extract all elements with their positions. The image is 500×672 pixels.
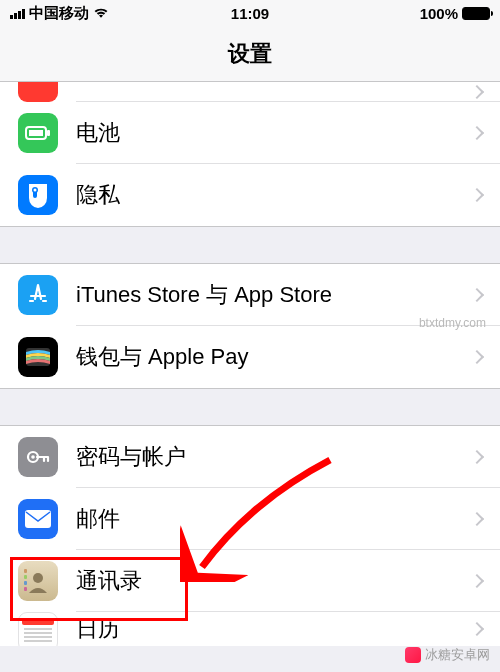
status-left: 中国移动 — [10, 4, 109, 23]
battery-settings-icon — [18, 113, 58, 153]
wifi-icon — [93, 7, 109, 19]
group-spacer — [0, 227, 500, 263]
svg-rect-12 — [24, 575, 27, 579]
privacy-icon — [18, 175, 58, 215]
chevron-right-icon — [470, 574, 484, 588]
contacts-icon — [18, 561, 58, 601]
status-right: 100% — [420, 5, 490, 22]
calendar-icon — [18, 612, 58, 646]
svg-point-8 — [31, 455, 35, 459]
appstore-icon — [18, 275, 58, 315]
svg-rect-13 — [24, 581, 27, 585]
settings-row-privacy[interactable]: 隐私 — [0, 164, 500, 226]
group-spacer — [0, 389, 500, 425]
watermark-url: btxtdmy.com — [419, 316, 486, 330]
row-label: 邮件 — [76, 504, 472, 534]
settings-row-calendar[interactable]: 日历 — [0, 612, 500, 646]
chevron-right-icon — [470, 126, 484, 140]
row-label: 通讯录 — [76, 566, 472, 596]
mail-icon — [18, 499, 58, 539]
svg-point-10 — [33, 573, 43, 583]
generic-icon — [18, 82, 58, 102]
status-bar: 中国移动 11:09 100% — [0, 0, 500, 26]
row-label: 日历 — [76, 614, 472, 644]
svg-rect-2 — [29, 130, 43, 136]
chevron-right-icon — [470, 288, 484, 302]
svg-rect-16 — [24, 628, 52, 630]
svg-rect-15 — [22, 618, 54, 625]
settings-row-wallet[interactable]: 钱包与 Apple Pay — [0, 326, 500, 388]
wallet-icon — [18, 337, 58, 377]
key-icon — [18, 437, 58, 477]
signal-icon — [10, 7, 25, 19]
svg-rect-18 — [24, 636, 52, 638]
row-label: 钱包与 Apple Pay — [76, 342, 472, 372]
svg-rect-14 — [24, 587, 27, 591]
row-label: iTunes Store 与 App Store — [76, 280, 472, 310]
watermark-logo-icon — [405, 647, 421, 663]
row-label: 密码与帐户 — [76, 442, 472, 472]
battery-pct: 100% — [420, 5, 458, 22]
svg-rect-1 — [47, 130, 50, 136]
chevron-right-icon — [470, 450, 484, 464]
page-title: 设置 — [0, 26, 500, 82]
settings-group-0: 电池 隐私 — [0, 82, 500, 227]
chevron-right-icon — [470, 350, 484, 364]
carrier-label: 中国移动 — [29, 4, 89, 23]
status-time: 11:09 — [231, 5, 269, 22]
settings-row-mail[interactable]: 邮件 — [0, 488, 500, 550]
settings-group-2: 密码与帐户 邮件 通讯录 日历 — [0, 425, 500, 646]
chevron-right-icon — [470, 512, 484, 526]
settings-row-battery[interactable]: 电池 — [0, 102, 500, 164]
svg-rect-9 — [25, 510, 51, 528]
svg-rect-19 — [24, 640, 52, 642]
settings-row-contacts[interactable]: 通讯录 — [0, 550, 500, 612]
chevron-right-icon — [470, 622, 484, 636]
row-label: 电池 — [76, 118, 472, 148]
watermark-brand-text: 冰糖安卓网 — [425, 646, 490, 664]
svg-point-5 — [34, 189, 37, 192]
svg-rect-11 — [24, 569, 27, 573]
watermark-brand: 冰糖安卓网 — [405, 646, 490, 664]
battery-icon — [462, 7, 490, 20]
chevron-right-icon — [470, 188, 484, 202]
chevron-right-icon — [470, 85, 484, 99]
settings-row-passwords[interactable]: 密码与帐户 — [0, 426, 500, 488]
row-label: 隐私 — [76, 180, 472, 210]
svg-rect-17 — [24, 632, 52, 634]
settings-row-prev[interactable] — [0, 82, 500, 102]
